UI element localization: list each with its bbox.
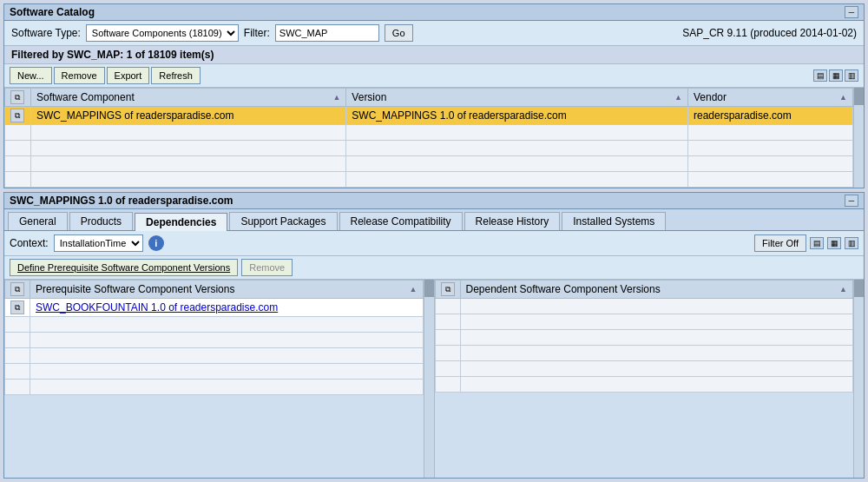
component-sort-icon[interactable]: ▲ [332,93,340,102]
vendor-sort-icon[interactable]: ▲ [839,93,847,102]
copy-header-icon[interactable]: ⧉ [10,90,24,104]
row-copy-cell: ⧉ [5,107,31,125]
prereq-empty-3 [5,348,424,364]
split-tables: ⧉ Prerequisite Software Component Versio… [4,280,864,478]
left-table-scroll: ⧉ Prerequisite Software Component Versio… [4,280,424,478]
left-scrollbar-thumb[interactable] [424,280,434,297]
bottom-minimize-icon[interactable]: ─ [845,195,858,207]
left-scrollbar[interactable] [424,280,434,478]
dependent-table: ⧉ Dependent Software Component Versions … [435,280,854,393]
view-icon-3[interactable]: ▥ [845,69,858,82]
view-icon-2[interactable]: ▦ [829,69,843,82]
bottom-view-icon-3[interactable]: ▥ [845,237,858,249]
right-scrollbar[interactable] [853,280,864,478]
prereq-copy-header-icon[interactable]: ⧉ [10,282,24,296]
prereq-empty-1 [5,317,424,333]
prereq-copy-header: ⧉ [5,281,30,299]
context-right: Filter Off ▤ ▦ ▥ [754,234,858,252]
filter-off-button[interactable]: Filter Off [754,234,806,252]
top-panel: Software Catalog ─ Software Type: Softwa… [3,3,865,188]
version-header-label: Version [352,91,386,103]
version-col-header: Version ▲ [346,89,688,107]
right-table-wrapper: ⧉ Dependent Software Component Versions … [435,280,865,478]
bottom-panel-title: SWC_MAPPINGS 1.0 of readersparadise.com [10,195,233,207]
prereq-row-1[interactable]: ⧉ SWC_BOOKFOUNTAIN 1.0 of readersparadis… [5,299,424,317]
bottom-view-icon-2[interactable]: ▦ [827,237,841,249]
top-toolbar: New... Remove Export Refresh ▤ ▦ ▥ [4,64,864,88]
main-container: Software Catalog ─ Software Type: Softwa… [0,0,868,482]
context-bar: Context: InstallationTime i Filter Off ▤… [4,231,864,256]
new-button[interactable]: New... [10,67,52,84]
tab-release-history[interactable]: Release History [464,212,561,230]
bottom-panel: SWC_MAPPINGS 1.0 of readersparadise.com … [3,192,865,479]
tab-general-label: General [19,215,56,228]
sap-info: SAP_CR 9.11 (produced 2014-01-02) [682,27,857,39]
row-vendor-value: readersparadise.com [694,109,792,122]
dependent-copy-header-icon[interactable]: ⧉ [441,282,455,296]
right-scrollbar-thumb[interactable] [854,280,864,297]
filter-input[interactable] [275,24,379,42]
dependent-sort-icon[interactable]: ▲ [839,285,847,294]
tab-support-packages[interactable]: Support Packages [229,212,337,230]
prereq-toolbar: Define Prerequisite Software Component V… [4,256,864,280]
top-table-wrapper: ⧉ Software Component ▲ Version [4,88,864,188]
tab-dependencies[interactable]: Dependencies [135,213,227,231]
minimize-icon[interactable]: ─ [845,6,858,18]
prereq-empty-4 [5,364,424,380]
component-header-label: Software Component [36,91,135,103]
prereq-header-label: Prerequisite Software Component Versions [36,283,234,295]
prereq-sort-icon[interactable]: ▲ [410,285,418,294]
dependent-col-header: Dependent Software Component Versions ▲ [460,281,853,299]
top-panel-title-bar: Software Catalog ─ [4,4,864,21]
tab-products-label: Products [81,215,122,228]
version-sort-icon[interactable]: ▲ [674,93,682,102]
copy-col-header: ⧉ [5,89,31,107]
bottom-panel-title-bar: SWC_MAPPINGS 1.0 of readersparadise.com … [4,193,864,209]
dependent-empty-6 [435,377,853,393]
top-table-scroll: ⧉ Software Component ▲ Version [4,88,853,188]
tab-dependencies-label: Dependencies [146,216,216,228]
left-table-wrapper: ⧉ Prerequisite Software Component Versio… [4,280,434,478]
row-copy-icon[interactable]: ⧉ [10,109,24,122]
tab-release-compatibility[interactable]: Release Compatibility [339,212,463,230]
prereq-col-header: Prerequisite Software Component Versions… [30,281,424,299]
vendor-header-label: Vendor [694,91,727,103]
view-icon-1[interactable]: ▤ [813,69,827,82]
dependent-copy-header: ⧉ [435,281,460,299]
right-table-scroll: ⧉ Dependent Software Component Versions … [435,280,854,478]
remove-button[interactable]: Remove [54,67,105,84]
filter-label: Filter: [244,27,270,39]
software-type-select[interactable]: Software Components (18109) [86,24,239,42]
bottom-view-icon-1[interactable]: ▤ [810,237,824,249]
tab-general[interactable]: General [8,212,68,230]
prereq-link[interactable]: SWC_BOOKFOUNTAIN 1.0 of readersparadise.… [36,301,278,314]
prereq-row-copy: ⧉ [5,299,30,317]
define-prerequisite-button[interactable]: Define Prerequisite Software Component V… [10,259,238,276]
tab-products[interactable]: Products [69,212,133,230]
row-component-cell: SWC_MAPPINGS of readersparadise.com [31,107,346,125]
table-row-empty-2 [5,141,853,156]
right-split: ⧉ Dependent Software Component Versions … [435,280,865,478]
export-button[interactable]: Export [107,67,150,84]
filter-status-bar: Filtered by SWC_MAP: 1 of 18109 item(s) [4,46,864,64]
table-row-empty-3 [5,156,853,172]
prereq-row-copy-icon[interactable]: ⧉ [10,300,24,314]
vendor-col-header: Vendor ▲ [687,89,852,107]
prereq-empty-5 [5,380,424,395]
row-version-cell: SWC_MAPPINGS 1.0 of readersparadise.com [346,107,688,125]
row-vendor-cell: readersparadise.com [687,107,852,125]
filter-status-text: Filtered by SWC_MAP: 1 of 18109 item(s) [11,49,214,61]
go-button[interactable]: Go [385,24,413,42]
prereq-remove-button[interactable]: Remove [241,259,293,276]
refresh-button[interactable]: Refresh [151,67,201,84]
table-row[interactable]: ⧉ SWC_MAPPINGS of readersparadise.com SW… [5,107,853,125]
dependent-header-label: Dependent Software Component Versions [466,283,661,295]
tab-support-packages-label: Support Packages [240,215,326,228]
info-icon[interactable]: i [148,235,164,251]
top-table-scrollbar[interactable] [853,88,864,188]
dependent-empty-2 [435,314,853,330]
context-select[interactable]: InstallationTime [54,234,143,252]
tab-installed-systems[interactable]: Installed Systems [562,212,666,230]
top-scrollbar-thumb[interactable] [854,88,864,105]
tab-release-history-label: Release History [476,215,549,228]
